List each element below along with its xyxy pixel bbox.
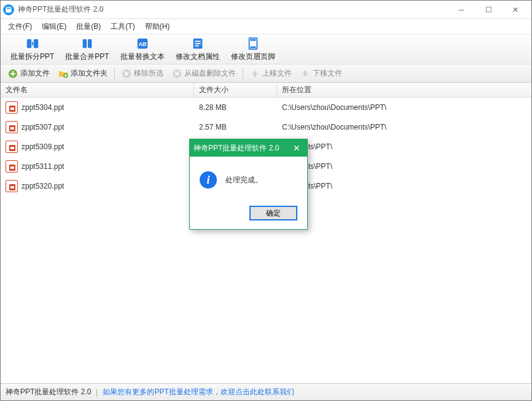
menu-help[interactable]: 帮助(H) (141, 20, 174, 33)
col-location[interactable]: 所在位置 (277, 83, 531, 97)
add-folder-label: 添加文件夹 (71, 68, 108, 79)
dialog-title: 神奇PPT批量处理软件 2.0 (194, 143, 290, 154)
add-file-icon (8, 69, 18, 79)
add-folder-button[interactable]: 添加文件夹 (55, 66, 111, 80)
col-filename[interactable]: 文件名 (1, 83, 194, 97)
cell-location: C:\Users\zhou\Documents\PPT\ (277, 123, 531, 131)
svg-rect-19 (254, 74, 256, 77)
tool-replace-label: 批量替换文本 (120, 52, 165, 62)
tool-merge[interactable]: 批量合并PPT (60, 35, 114, 63)
status-app-name: 神奇PPT批量处理软件 2.0 (6, 387, 91, 397)
menu-edit[interactable]: 编辑(E) (38, 20, 70, 33)
remove-icon (122, 69, 131, 79)
ppt-file-icon (6, 101, 18, 114)
menu-batch[interactable]: 批量(B) (72, 20, 104, 33)
remove-disk-button[interactable]: 从磁盘删除文件 (168, 66, 240, 80)
move-down-button[interactable]: 下移文件 (297, 66, 346, 80)
tool-replace[interactable]: AB 批量替换文本 (115, 35, 170, 63)
svg-rect-14 (250, 46, 256, 48)
ppt-file-icon (6, 121, 18, 133)
menubar: 文件(F) 编辑(E) 批量(B) 工具(T) 帮助(H) (1, 19, 531, 34)
tool-headerfooter-label: 修改页眉页脚 (231, 52, 275, 62)
svg-rect-11 (195, 45, 198, 46)
svg-rect-4 (83, 39, 87, 48)
svg-rect-3 (34, 39, 38, 48)
separator (114, 68, 115, 80)
svg-rect-20 (304, 71, 307, 74)
remove-selected-label: 移除所选 (134, 68, 163, 79)
svg-rect-0 (6, 7, 12, 12)
dialog-titlebar: 神奇PPT批量处理软件 2.0 ✕ (190, 139, 307, 157)
tool-merge-label: 批量合并PPT (65, 52, 109, 62)
separator (243, 68, 243, 80)
svg-text:AB: AB (138, 41, 147, 47)
cell-name: zppt5307.ppt (1, 121, 194, 133)
dialog: 神奇PPT批量处理软件 2.0 ✕ i 处理完成。 确定 (189, 139, 308, 230)
cell-name: zppt5304.ppt (1, 101, 194, 114)
table-header: 文件名 文件大小 所在位置 (1, 83, 531, 98)
tool-split[interactable]: 批量拆分PPT (6, 35, 59, 63)
info-icon: i (200, 171, 217, 189)
headerfooter-icon (246, 37, 260, 50)
file-name: zppt5311.ppt (22, 162, 64, 171)
status-separator: | (96, 388, 98, 397)
dialog-message: 处理完成。 (225, 175, 262, 185)
titlebar: 神奇PPT批量处理软件 2.0 ─ ☐ ✕ (1, 1, 531, 19)
cell-size: 2.57 MB (194, 123, 277, 131)
ok-button[interactable]: 确定 (249, 206, 297, 220)
move-up-label: 上移文件 (262, 68, 292, 79)
file-name: zppt5307.ppt (22, 123, 64, 131)
tool-props[interactable]: 修改文档属性 (171, 35, 225, 63)
remove-disk-label: 从磁盘删除文件 (184, 68, 236, 79)
file-name: zppt5320.ppt (22, 182, 64, 190)
remove-selected-button[interactable]: 移除所选 (118, 66, 167, 80)
svg-rect-5 (88, 39, 92, 48)
add-folder-icon (58, 69, 68, 79)
svg-rect-9 (195, 41, 200, 42)
tool-props-label: 修改文档属性 (176, 52, 220, 62)
delete-icon (172, 69, 182, 79)
merge-icon (80, 37, 94, 50)
file-name: zppt5304.ppt (22, 103, 64, 112)
dialog-body: i 处理完成。 (190, 157, 307, 200)
ppt-file-icon (6, 160, 18, 173)
main-toolbar: 批量拆分PPT 批量合并PPT AB 批量替换文本 修改文档属性 修改页眉页脚 (1, 34, 531, 64)
status-link[interactable]: 如果您有更多的PPT批量处理需求，欢迎点击此处联系我们 (103, 387, 294, 397)
svg-rect-2 (27, 39, 31, 48)
move-up-button[interactable]: 上移文件 (246, 66, 295, 80)
cell-location: ocuments\PPT\ (277, 162, 531, 171)
table-row[interactable]: zppt5304.ppt8.28 MBC:\Users\zhou\Documen… (1, 98, 531, 117)
replace-icon: AB (136, 37, 149, 50)
cell-name: zppt5309.ppt (1, 141, 194, 153)
split-icon (26, 37, 39, 50)
add-file-button[interactable]: 添加文件 (4, 66, 53, 80)
tool-split-label: 批量拆分PPT (10, 52, 54, 62)
cell-name: zppt5311.ppt (1, 160, 194, 173)
menu-tools[interactable]: 工具(T) (107, 20, 138, 33)
cell-name: zppt5320.ppt (1, 180, 194, 192)
dialog-close-button[interactable]: ✕ (290, 141, 303, 155)
app-icon (3, 4, 14, 15)
menu-file[interactable]: 文件(F) (4, 20, 36, 33)
move-down-label: 下移文件 (313, 68, 342, 79)
props-icon (191, 37, 205, 50)
minimize-button[interactable]: ─ (448, 1, 475, 18)
file-toolbar: 添加文件 添加文件夹 移除所选 从磁盘删除文件 上移文件 下移文件 (1, 64, 531, 83)
add-file-label: 添加文件 (20, 68, 50, 79)
table-row[interactable]: zppt5307.ppt2.57 MBC:\Users\zhou\Documen… (1, 117, 531, 137)
tool-headerfooter[interactable]: 修改页眉页脚 (226, 35, 280, 63)
ppt-file-icon (6, 180, 18, 192)
ppt-file-icon (6, 141, 18, 153)
arrow-down-icon (300, 69, 310, 79)
close-button[interactable]: ✕ (502, 1, 529, 18)
file-name: zppt5309.ppt (22, 142, 64, 151)
col-filesize[interactable]: 文件大小 (194, 83, 277, 97)
svg-rect-1 (7, 8, 10, 9)
cell-location: C:\Users\zhou\Documents\PPT\ (277, 103, 531, 112)
maximize-button[interactable]: ☐ (475, 1, 502, 18)
cell-size: 8.28 MB (194, 103, 277, 112)
cell-location: ocuments\PPT\ (277, 142, 531, 151)
cell-location: ocuments\PPT\ (277, 182, 531, 190)
statusbar: 神奇PPT批量处理软件 2.0 | 如果您有更多的PPT批量处理需求，欢迎点击此… (1, 383, 531, 400)
svg-rect-13 (250, 39, 256, 41)
